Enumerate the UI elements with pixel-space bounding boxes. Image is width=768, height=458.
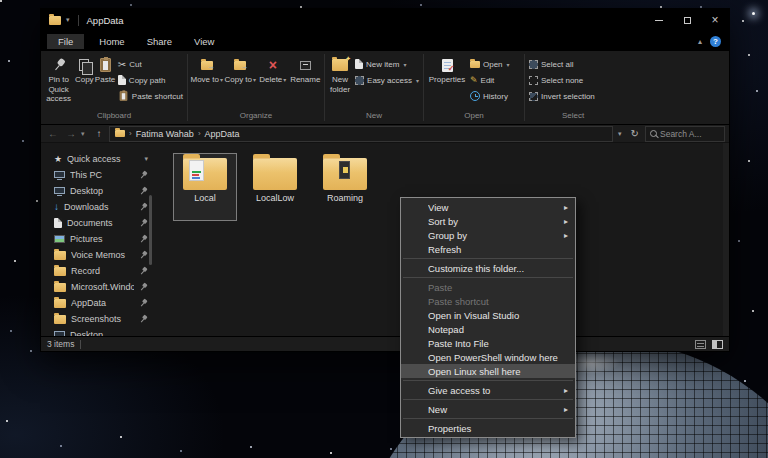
sidebar-item-desktop-2[interactable]: Desktop [41,327,153,336]
forward-button[interactable]: → [63,128,79,139]
breadcrumb[interactable]: › Fatima Wahab › AppData [109,126,613,142]
sidebar-item-voice-memos[interactable]: Voice Memos [41,247,153,263]
menu-item-open-linux-shell-here[interactable]: Open Linux shell here [401,364,575,378]
menu-separator [403,258,573,259]
paste-button[interactable]: Paste [94,53,116,111]
menu-item-paste-into-file[interactable]: Paste Into File [401,336,575,350]
close-button[interactable]: × [701,9,729,31]
submenu-arrow-icon: ▸ [564,203,568,212]
invert-selection-button[interactable]: Invert selection [529,88,595,104]
breadcrumb-segment-appdata[interactable]: AppData [205,129,240,139]
invert-selection-icon [529,92,538,101]
quick-access-star-icon: ★ [54,155,62,164]
search-box[interactable] [645,126,725,142]
select-all-button[interactable]: Select all [529,56,595,72]
select-none-button[interactable]: Select none [529,72,595,88]
breadcrumb-segment-user[interactable]: Fatima Wahab [136,129,194,139]
menu-item-give-access-to[interactable]: Give access to ▸ [401,383,575,397]
sidebar-item-downloads[interactable]: ↓ Downloads [41,199,153,215]
details-view-icon[interactable] [695,340,706,349]
sidebar-item-pictures[interactable]: Pictures [41,231,153,247]
copy-path-button[interactable]: Copy path [118,72,183,88]
easy-access-button[interactable]: Easy access [355,72,419,88]
maximize-button[interactable] [673,9,701,31]
delete-button[interactable]: × Delete [257,53,289,111]
main-scrollbar[interactable] [723,143,729,336]
titlebar[interactable]: ▾ AppData × [41,9,729,31]
menu-item-group-by[interactable]: Group by ▸ [401,228,575,242]
desktop-icon [54,187,65,196]
menu-item-sort-by[interactable]: Sort by ▸ [401,214,575,228]
sidebar-item-microsoft-windows[interactable]: Microsoft.WindowsTe [41,279,153,295]
help-icon[interactable]: ? [710,36,721,47]
dropdown-caret-icon [219,75,223,84]
explorer-window: ▾ AppData × File Home Share View ▴ ? Pin… [40,8,730,352]
sidebar-item-documents[interactable]: Documents [41,215,153,231]
menu-item-label: Give access to [428,385,564,396]
quick-toolbar-chevron-icon[interactable]: ▾ [66,16,70,24]
new-item-button[interactable]: New item [355,56,419,72]
history-chevron-icon[interactable]: ▾ [81,130,89,138]
back-button[interactable]: ← [45,128,61,139]
menu-item-refresh[interactable]: Refresh [401,242,575,256]
edit-button[interactable]: ✎ Edit [470,72,510,88]
menu-item-properties[interactable]: Properties [401,421,575,435]
menu-item-notepad[interactable]: Notepad [401,322,575,336]
menu-item-open-powershell-window-here[interactable]: Open PowerShell window here [401,350,575,364]
history-button[interactable]: History [470,88,510,104]
sidebar-item-label: Documents [67,218,134,228]
sidebar-scrollbar[interactable] [149,195,152,265]
search-input[interactable] [660,129,720,139]
properties-button[interactable]: Properties [426,53,468,111]
dropdown-caret-icon [252,75,256,84]
menu-item-label: View [428,202,564,213]
copy-to-button[interactable]: → Copy to [224,53,258,111]
tab-view[interactable]: View [183,34,225,49]
folder-tile-locallow[interactable]: LocalLow [243,153,307,221]
status-divider [80,340,81,349]
sidebar-item-appdata[interactable]: AppData [41,295,153,311]
folder-name: Local [194,193,216,203]
navigation-pane: ★ Quick access ▾ This PC Desktop ↓ Downl… [41,143,153,336]
sidebar-item-quick-access[interactable]: ★ Quick access ▾ [41,151,153,167]
pin-to-quick-access-button[interactable]: Pin to Quick access [43,53,74,111]
cut-button[interactable]: ✂ Cut [118,56,183,72]
pin-icon [137,185,150,198]
sidebar-item-record[interactable]: Record [41,263,153,279]
menu-item-customize-folder[interactable]: Customize this folder... [401,261,575,275]
folder-tile-local[interactable]: Local [173,153,237,221]
minimize-button[interactable] [645,9,673,31]
breadcrumb-folder-icon [115,130,125,137]
copy-button[interactable]: Copy [74,53,94,111]
paste-shortcut-button[interactable]: Paste shortcut [118,88,183,104]
chevron-down-icon[interactable]: ▾ [144,155,148,163]
rename-button[interactable]: Rename [289,53,323,111]
folder-tile-roaming[interactable]: Roaming [313,153,377,221]
context-menu: View ▸ Sort by ▸ Group by ▸ Refresh Cust… [400,197,576,438]
thumbnail-view-icon[interactable] [712,340,723,349]
address-dropdown-icon[interactable]: ▾ [615,130,625,138]
pin-icon [137,217,150,230]
move-to-button[interactable]: → Move to [190,53,224,111]
menu-item-view[interactable]: View ▸ [401,200,575,214]
tab-share[interactable]: Share [136,34,183,49]
stars-decoration [0,0,2,2]
ribbon-collapse-icon[interactable]: ▴ [698,37,702,46]
open-button[interactable]: Open [470,56,510,72]
new-folder-button[interactable]: ✦ New folder [327,53,353,111]
up-button[interactable]: ↑ [91,128,107,139]
tab-home[interactable]: Home [88,34,135,49]
sidebar-item-screenshots[interactable]: Screenshots [41,311,153,327]
sidebar-item-desktop[interactable]: Desktop [41,183,153,199]
copy-path-icon [118,75,126,85]
paste-shortcut-icon [120,91,128,101]
menu-item-new[interactable]: New ▸ [401,402,575,416]
sidebar-item-label: Desktop [70,330,148,336]
menu-item-label: Refresh [428,244,568,255]
tab-file[interactable]: File [47,34,84,49]
delete-label: Delete [259,75,282,84]
ribbon-group-select: Select all Select none Invert selection … [525,51,621,124]
sidebar-item-this-pc[interactable]: This PC [41,167,153,183]
menu-item-open-in-visual-studio[interactable]: Open in Visual Studio [401,308,575,322]
refresh-icon[interactable]: ↻ [627,128,643,139]
